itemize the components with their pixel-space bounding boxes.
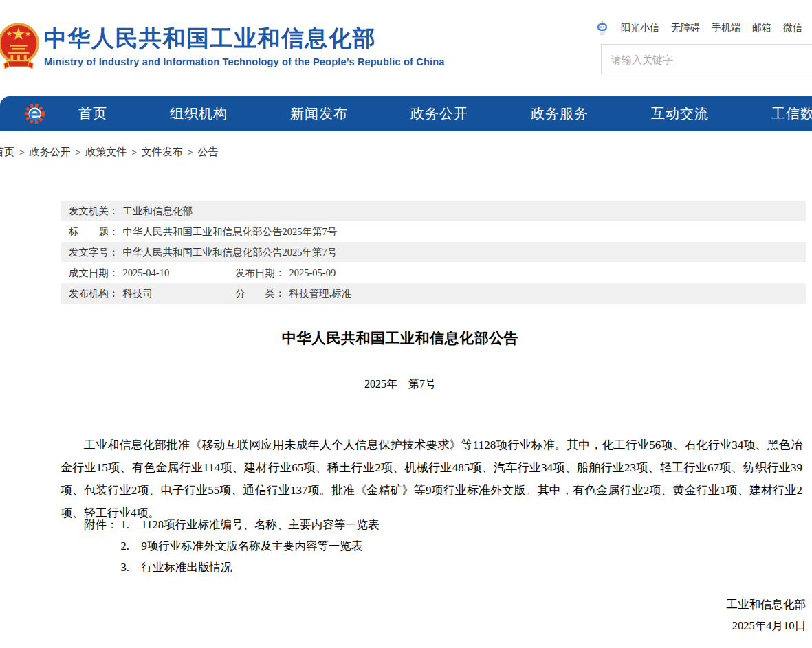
attachments-section: 附件： 1. 1128项行业标准编号、名称、主要内容等一览表 2. 9项行业标准… <box>84 514 379 578</box>
attachment-text: 9项行业标准外文版名称及主要内容等一览表 <box>142 535 363 557</box>
attachment-text: 1128项行业标准编号、名称、主要内容等一览表 <box>142 514 380 535</box>
attachment-text: 行业标准出版情况 <box>142 557 232 578</box>
nav-item-home[interactable]: 首页 <box>78 104 107 123</box>
document-issue-number: 2025年 第7号 <box>61 377 740 392</box>
nav-item-interaction[interactable]: 互动交流 <box>651 104 709 123</box>
meta-value: 工业和信息化部 <box>123 205 193 216</box>
attachment-number: 2. <box>121 535 142 557</box>
breadcrumb-separator: > <box>131 147 137 157</box>
signature-agency: 工业和信息化部 <box>727 594 806 615</box>
meta-label: 成文日期： <box>69 267 119 278</box>
search-input[interactable] <box>602 45 812 74</box>
meta-label: 发布日期： <box>235 267 285 278</box>
attachment-link-2[interactable]: 2. 9项行业标准外文版名称及主要内容等一览表 <box>121 535 380 557</box>
breadcrumb-policy-files[interactable]: 政策文件 <box>85 146 127 157</box>
meta-row-dates: 成文日期：2025-04-10 发布日期：2025-05-09 <box>61 262 806 283</box>
meta-row-title: 标 题：中华人民共和国工业和信息化部公告2025年第7号 <box>61 221 806 242</box>
document-title: 中华人民共和国工业和信息化部公告 <box>61 328 740 348</box>
meta-value: 科技司 <box>123 288 153 299</box>
document-meta-table: 发文机关：工业和信息化部 标 题：中华人民共和国工业和信息化部公告2025年第7… <box>61 201 806 304</box>
breadcrumb: 首页>政务公开>政策文件>文件发布>公告 <box>0 146 218 159</box>
breadcrumb-current-announcement: 公告 <box>197 146 218 157</box>
meta-value: 中华人民共和国工业和信息化部公告2025年第7号 <box>123 247 338 258</box>
nav-item-gov-services[interactable]: 政务服务 <box>531 104 589 123</box>
mascot-robot-icon <box>595 21 609 36</box>
meta-row-publisher: 发布机构：科技司 分 类：科技管理,标准 <box>61 283 806 304</box>
signature-date: 2025年4月10日 <box>727 615 806 636</box>
utility-link-xiaoxin[interactable]: 阳光小信 <box>621 22 659 34</box>
meta-value: 2025-04-10 <box>123 267 170 278</box>
utility-links: 阳光小信 无障碍 手机端 邮箱 微信 微博 <box>595 21 812 36</box>
attachment-link-3[interactable]: 3. 行业标准出版情况 <box>121 557 380 578</box>
attachment-link-1[interactable]: 1. 1128项行业标准编号、名称、主要内容等一览表 <box>121 514 380 535</box>
utility-link-wechat[interactable]: 微信 <box>783 22 802 34</box>
signature-block: 工业和信息化部 2025年4月10日 <box>727 594 806 636</box>
page: { "colors": { "brand_blue": "#1E57A5", "… <box>0 0 812 648</box>
meta-label: 发布机构： <box>69 288 119 299</box>
breadcrumb-separator: > <box>76 147 81 157</box>
utility-link-accessibility[interactable]: 无障碍 <box>671 22 700 34</box>
nav-item-organization[interactable]: 组织机构 <box>170 104 228 123</box>
attachment-number: 1. <box>121 514 142 535</box>
meta-label: 发文机关： <box>69 205 119 216</box>
main-nav: 首页 组织机构 新闻发布 政务公开 政务服务 互动交流 工信数据 <box>0 96 812 131</box>
meta-label: 标 题： <box>69 226 119 237</box>
meta-value: 中华人民共和国工业和信息化部公告2025年第7号 <box>123 226 338 237</box>
breadcrumb-home[interactable]: 首页 <box>0 146 14 157</box>
nav-items: 首页 组织机构 新闻发布 政务公开 政务服务 互动交流 工信数据 <box>0 96 812 131</box>
meta-row-issuing-agency: 发文机关：工业和信息化部 <box>61 201 806 221</box>
site-title: 中华人民共和国工业和信息化部 <box>44 25 445 52</box>
site-subtitle: Ministry of Industry and Information Tec… <box>44 56 445 67</box>
nav-item-news[interactable]: 新闻发布 <box>290 104 348 123</box>
document-body-paragraph: 工业和信息化部批准《移动互联网应用未成年人个人信息保护技术要求》等1128项行业… <box>61 434 802 524</box>
breadcrumb-file-release[interactable]: 文件发布 <box>142 146 183 157</box>
meta-row-doc-number: 发文字号：中华人民共和国工业和信息化部公告2025年第7号 <box>61 242 806 262</box>
attachments-label: 附件： <box>84 514 118 578</box>
nav-item-miit-data[interactable]: 工信数据 <box>771 104 812 123</box>
national-emblem-icon <box>0 19 40 81</box>
breadcrumb-gov-disclosure[interactable]: 政务公开 <box>30 146 71 157</box>
site-header: 中华人民共和国工业和信息化部 Ministry of Industry and … <box>0 0 812 94</box>
nav-item-gov-disclosure[interactable]: 政务公开 <box>410 104 468 123</box>
breadcrumb-separator: > <box>188 147 193 157</box>
meta-value: 2025-05-09 <box>289 267 336 278</box>
meta-label: 发文字号： <box>69 247 119 258</box>
attachments-list: 1. 1128项行业标准编号、名称、主要内容等一览表 2. 9项行业标准外文版名… <box>121 514 380 578</box>
miit-gear-logo-icon <box>23 102 46 128</box>
breadcrumb-separator: > <box>19 147 25 157</box>
search-box <box>601 44 812 74</box>
utility-link-mail[interactable]: 邮箱 <box>752 22 771 34</box>
site-logo-link[interactable]: 中华人民共和国工业和信息化部 Ministry of Industry and … <box>44 25 445 67</box>
meta-label: 分 类： <box>235 288 285 299</box>
utility-link-mobile[interactable]: 手机端 <box>712 22 740 34</box>
attachment-number: 3. <box>121 557 142 578</box>
meta-value: 科技管理,标准 <box>289 288 352 299</box>
